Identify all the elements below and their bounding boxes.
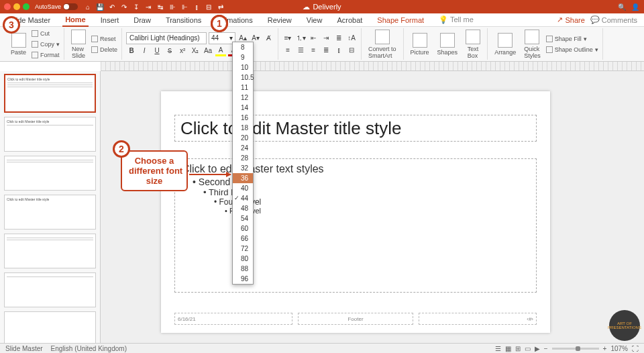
font-size-option[interactable]: 8 xyxy=(233,42,253,52)
text-direction-button[interactable]: ↕A xyxy=(346,33,357,44)
font-size-option[interactable]: 10.5 xyxy=(233,72,253,83)
font-size-option[interactable]: 88 xyxy=(233,264,253,274)
minimize-window-button[interactable] xyxy=(13,3,20,10)
redo-icon[interactable]: ↷ xyxy=(119,2,129,11)
font-size-option[interactable]: 12 xyxy=(233,93,253,103)
font-name-select[interactable]: Calibri Light (Headings) xyxy=(126,32,207,44)
font-size-option[interactable]: 9 xyxy=(233,52,253,62)
slide-thumbnail-panel[interactable]: 2 Click to edit Master title style Click… xyxy=(0,71,101,343)
superscript-button[interactable]: X₂ xyxy=(190,46,201,56)
subscript-button[interactable]: x² xyxy=(177,46,188,56)
qat-tool-icon[interactable]: ↧ xyxy=(131,2,141,11)
align-text-button[interactable]: ⊟ xyxy=(346,45,357,56)
footer-placeholder[interactable]: Footer xyxy=(298,313,413,325)
font-size-option[interactable]: 96 xyxy=(233,274,253,284)
text-box-button[interactable]: Text Box xyxy=(463,28,483,60)
bullets-button[interactable]: ≡▾ xyxy=(282,33,293,44)
font-size-option[interactable]: 72 xyxy=(233,244,253,254)
justify-button[interactable]: ≣ xyxy=(321,45,331,56)
title-placeholder[interactable]: Click to edit Master title style xyxy=(174,115,537,142)
new-slide-button[interactable]: New Slide xyxy=(68,28,89,60)
underline-button[interactable]: U xyxy=(152,46,162,56)
profile-icon[interactable]: 👤 xyxy=(631,2,640,11)
shape-outline-button[interactable]: Shape Outline ▾ xyxy=(546,45,598,54)
clear-formatting-button[interactable]: A̸ xyxy=(263,33,274,44)
layout-thumbnail[interactable]: Click to edit Master title style xyxy=(4,117,96,152)
search-icon[interactable]: 🔍 xyxy=(617,2,627,11)
qat-tool-icon[interactable]: ⊟ xyxy=(204,2,213,11)
font-size-option[interactable]: 14 xyxy=(233,103,253,113)
zoom-in-button[interactable]: + xyxy=(603,345,607,352)
tab-insert[interactable]: Insert xyxy=(98,14,122,26)
font-size-option[interactable]: 10 xyxy=(233,62,253,72)
line-spacing-button[interactable]: ≣ xyxy=(333,33,344,44)
increase-indent-button[interactable]: ⇥ xyxy=(321,33,331,44)
format-painter-button[interactable]: Format xyxy=(32,50,60,60)
reset-button[interactable]: Reset xyxy=(91,34,117,44)
notes-button-icon[interactable]: ☰ xyxy=(495,345,501,352)
convert-smartart-button[interactable]: Convert to SmartArt xyxy=(366,28,399,60)
slide-canvas-area[interactable]: Click to edit Master title style Click t… xyxy=(101,71,644,343)
shape-fill-button[interactable]: Shape Fill ▾ xyxy=(546,34,598,44)
arrange-button[interactable]: Arrange xyxy=(492,32,519,57)
home-icon[interactable]: ⌂ xyxy=(83,2,93,11)
align-right-button[interactable]: ≡ xyxy=(308,45,319,56)
horizontal-ruler[interactable] xyxy=(101,62,644,71)
font-size-option[interactable]: 16 xyxy=(233,113,253,123)
font-size-option[interactable]: 60 xyxy=(233,223,253,234)
tell-me-search[interactable]: 💡 Tell me xyxy=(436,13,476,26)
align-center-button[interactable]: ☰ xyxy=(295,45,306,56)
page-number-placeholder[interactable]: ‹#› xyxy=(419,313,537,325)
date-placeholder[interactable]: 6/16/21 xyxy=(174,313,292,325)
layout-thumbnail[interactable] xyxy=(4,156,96,191)
numbering-button[interactable]: ⒈▾ xyxy=(295,33,306,44)
picture-button[interactable]: Picture xyxy=(408,32,432,57)
normal-view-icon[interactable]: ▦ xyxy=(505,345,511,352)
paste-button[interactable]: Paste xyxy=(8,32,29,57)
tab-shape-format[interactable]: Shape Format xyxy=(374,14,427,26)
maximize-window-button[interactable] xyxy=(23,3,30,10)
font-size-option[interactable]: 18 xyxy=(233,123,253,133)
qat-tool-icon[interactable]: ⊩ xyxy=(180,2,189,11)
save-icon[interactable]: 💾 xyxy=(95,2,105,11)
strikethrough-button[interactable]: S̶ xyxy=(164,46,175,56)
zoom-percent[interactable]: 107% xyxy=(610,345,628,352)
share-button[interactable]: ↗ Share xyxy=(557,15,584,24)
tab-home[interactable]: Home xyxy=(62,13,89,27)
font-size-option[interactable]: 28 xyxy=(233,153,253,163)
font-size-option[interactable]: 40 xyxy=(233,183,253,193)
fit-to-window-icon[interactable]: ⛶ xyxy=(632,345,639,352)
body-placeholder[interactable]: Click to edit Master text styles • Secon… xyxy=(174,158,537,293)
layout-thumbnail[interactable] xyxy=(4,311,96,343)
comments-button[interactable]: 💬 Comments xyxy=(590,15,637,24)
tab-draw[interactable]: Draw xyxy=(131,14,154,26)
autosave-toggle[interactable]: AutoSave xyxy=(35,3,78,10)
slideshow-icon[interactable]: ▶ xyxy=(535,345,540,352)
layout-thumbnail[interactable] xyxy=(4,234,96,268)
tab-view[interactable]: View xyxy=(304,14,325,26)
font-size-option[interactable]: 24 xyxy=(233,143,253,153)
master-slide-thumbnail[interactable]: 2 Click to edit Master title style xyxy=(4,74,96,113)
shapes-button[interactable]: Shapes xyxy=(435,32,461,57)
qat-tool-icon[interactable]: ⊪ xyxy=(168,2,177,11)
copy-button[interactable]: Copy ▾ xyxy=(32,40,60,49)
close-window-button[interactable] xyxy=(4,3,11,10)
cut-button[interactable]: Cut xyxy=(32,29,60,38)
undo-icon[interactable]: ↶ xyxy=(107,2,117,11)
font-size-option[interactable]: 20 xyxy=(233,133,253,143)
font-size-option[interactable]: 66 xyxy=(233,234,253,244)
font-size-option[interactable]: 54 xyxy=(233,213,253,223)
qat-tool-icon[interactable]: ↹ xyxy=(156,2,165,11)
quick-styles-button[interactable]: Quick Styles xyxy=(521,28,543,60)
change-case-button[interactable]: Aa xyxy=(203,46,213,56)
decrease-indent-button[interactable]: ⇤ xyxy=(308,33,319,44)
tab-review[interactable]: Review xyxy=(265,14,294,26)
tab-transitions[interactable]: Transitions xyxy=(163,14,204,26)
font-size-option[interactable]: 11 xyxy=(233,83,253,93)
tab-acrobat[interactable]: Acrobat xyxy=(334,14,365,26)
font-size-option[interactable]: 36 xyxy=(233,173,253,183)
delete-button[interactable]: Delete xyxy=(91,45,117,54)
reading-view-icon[interactable]: ▭ xyxy=(525,345,531,352)
align-left-button[interactable]: ≡ xyxy=(282,45,293,56)
qat-tool-icon[interactable]: ⇄ xyxy=(216,2,225,11)
